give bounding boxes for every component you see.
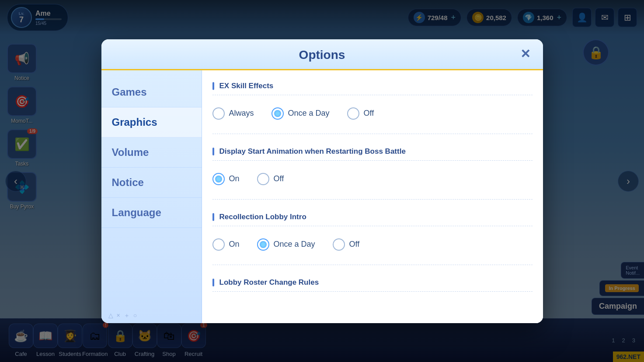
display-start-animation-options: On Off <box>212 168 533 190</box>
recollection-on-radio[interactable] <box>212 238 225 251</box>
ex-skill-always-label: Always <box>229 109 254 118</box>
options-content: EX Skill Effects Always Once a Day Of <box>202 70 543 323</box>
sidebar-item-games[interactable]: Games <box>101 77 202 107</box>
dialog-title: Options <box>299 48 345 62</box>
recollection-off-radio[interactable] <box>333 238 345 251</box>
recollection-lobby-intro-title: Recollection Lobby Intro <box>212 208 533 226</box>
sidebar-item-language[interactable]: Language <box>101 198 202 228</box>
cross-icon: × <box>117 312 120 320</box>
options-dialog: Options ✕ Games Graphics Volume Notice L… <box>101 39 543 323</box>
recollection-once-a-day-label: Once a Day <box>274 240 315 249</box>
ex-skill-once-a-day-option[interactable]: Once a Day <box>272 107 330 120</box>
ex-skill-always-radio[interactable] <box>212 107 225 120</box>
sidebar-item-graphics[interactable]: Graphics <box>101 107 202 138</box>
lobby-roster-change-rules-title: Lobby Roster Change Rules <box>212 274 533 292</box>
dialog-close-button[interactable]: ✕ <box>517 45 534 63</box>
ex-skill-always-option[interactable]: Always <box>212 107 254 120</box>
plus-icon: ＋ <box>124 312 130 320</box>
recollection-lobby-intro-section: Recollection Lobby Intro On Once a Day <box>212 208 533 265</box>
triangle-icon: △ <box>108 312 113 320</box>
sidebar-item-notice[interactable]: Notice <box>101 168 202 198</box>
ex-skill-off-option[interactable]: Off <box>347 107 374 120</box>
lobby-roster-change-rules-section: Lobby Roster Change Rules <box>212 274 533 307</box>
ex-skill-once-a-day-label: Once a Day <box>288 109 330 118</box>
recollection-off-option[interactable]: Off <box>333 238 360 251</box>
recollection-on-label: On <box>229 240 240 249</box>
ex-skill-effects-section: EX Skill Effects Always Once a Day Of <box>212 77 533 134</box>
ex-skill-once-a-day-radio[interactable] <box>272 107 284 120</box>
modal-overlay: Options ✕ Games Graphics Volume Notice L… <box>0 0 644 362</box>
circle-icon: ○ <box>133 312 137 320</box>
recollection-once-a-day-option[interactable]: Once a Day <box>257 238 315 251</box>
boss-battle-off-label: Off <box>274 174 284 183</box>
ex-skill-effects-options: Always Once a Day Off <box>212 102 533 125</box>
boss-battle-on-radio[interactable] <box>212 173 225 185</box>
sidebar-footer-icons: △ × ＋ ○ <box>108 312 137 320</box>
options-sidebar: Games Graphics Volume Notice Language △ … <box>101 70 202 323</box>
boss-battle-on-option[interactable]: On <box>212 173 240 185</box>
recollection-off-label: Off <box>349 240 360 249</box>
boss-battle-off-option[interactable]: Off <box>257 173 284 185</box>
dialog-body: Games Graphics Volume Notice Language △ … <box>101 70 543 323</box>
display-start-animation-section: Display Start Animation when Restarting … <box>212 143 533 200</box>
recollection-lobby-intro-options: On Once a Day Off <box>212 233 533 256</box>
boss-battle-on-label: On <box>229 174 240 183</box>
dialog-header: Options ✕ <box>101 39 543 70</box>
display-start-animation-title: Display Start Animation when Restarting … <box>212 143 533 161</box>
recollection-on-option[interactable]: On <box>212 238 240 251</box>
recollection-once-a-day-radio[interactable] <box>257 238 269 251</box>
ex-skill-off-radio[interactable] <box>347 107 359 120</box>
sidebar-item-volume[interactable]: Volume <box>101 138 202 168</box>
boss-battle-off-radio[interactable] <box>257 173 269 185</box>
ex-skill-effects-title: EX Skill Effects <box>212 77 533 95</box>
ex-skill-off-label: Off <box>364 109 374 118</box>
